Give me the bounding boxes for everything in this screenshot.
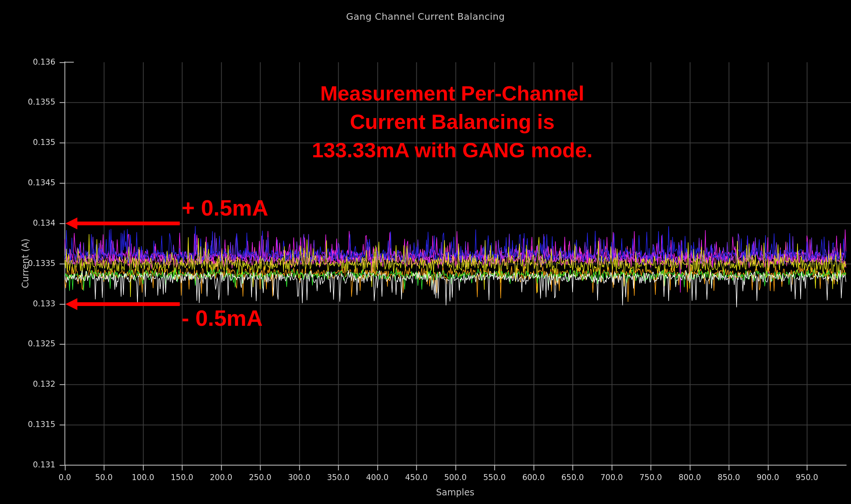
- plus-half-ma-label: + 0.5mA: [182, 197, 268, 219]
- chart-area: Gang Channel Current Balancing Current (…: [0, 0, 851, 504]
- y-tick-label: 0.132: [4, 380, 55, 389]
- chart-title: Gang Channel Current Balancing: [0, 11, 851, 22]
- y-tick-label: 0.131: [4, 460, 55, 469]
- x-tick-label: 750.0: [630, 473, 671, 482]
- y-tick-label: 0.1335: [4, 259, 55, 268]
- x-tick-label: 450.0: [396, 473, 437, 482]
- x-axis-title: Samples: [418, 487, 493, 498]
- x-tick-label: 350.0: [318, 473, 359, 482]
- annotation-note-line2: Current Balancing is: [284, 108, 620, 136]
- x-tick-label: 250.0: [240, 473, 281, 482]
- y-tick-label: 0.133: [4, 299, 55, 308]
- y-tick-label: 0.1345: [4, 178, 55, 187]
- x-tick-label: 0.0: [44, 473, 86, 482]
- x-tick-label: 950.0: [786, 473, 827, 482]
- plus-arrow-head-icon: [65, 217, 77, 229]
- x-tick-label: 650.0: [552, 473, 593, 482]
- x-tick-label: 800.0: [669, 473, 710, 482]
- y-tick-label: 0.1325: [4, 339, 55, 348]
- y-tick-label: 0.135: [4, 138, 55, 147]
- x-tick-label: 850.0: [708, 473, 749, 482]
- x-tick-label: 600.0: [513, 473, 554, 482]
- minus-arrow-head-icon: [65, 298, 77, 310]
- y-tick-label: 0.1355: [4, 98, 55, 106]
- minus-half-ma-label: - 0.5mA: [182, 307, 263, 330]
- x-tick-label: 50.0: [83, 473, 124, 482]
- plot-canvas: [0, 0, 851, 504]
- x-tick-label: 550.0: [474, 473, 515, 482]
- y-tick-label: 0.136: [4, 58, 55, 67]
- annotation-note-line3: 133.33mA with GANG mode.: [284, 136, 620, 164]
- x-tick-label: 900.0: [747, 473, 789, 482]
- minus-arrow-shaft: [75, 302, 180, 306]
- annotation-note: Measurement Per-Channel Current Balancin…: [284, 79, 620, 164]
- x-tick-label: 700.0: [591, 473, 632, 482]
- x-tick-label: 500.0: [435, 473, 476, 482]
- y-tick-label: 0.1315: [4, 420, 55, 429]
- plus-arrow-shaft: [75, 222, 180, 225]
- x-tick-label: 200.0: [201, 473, 242, 482]
- x-tick-label: 100.0: [123, 473, 164, 482]
- x-tick-label: 150.0: [161, 473, 203, 482]
- annotation-note-line1: Measurement Per-Channel: [284, 79, 620, 108]
- x-tick-label: 400.0: [357, 473, 398, 482]
- y-tick-label: 0.134: [4, 219, 55, 228]
- x-tick-label: 300.0: [279, 473, 320, 482]
